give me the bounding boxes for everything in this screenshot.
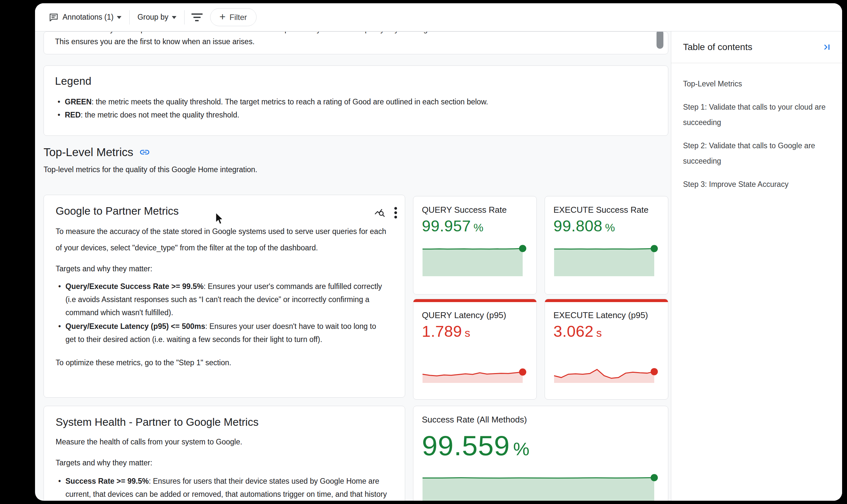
link-icon[interactable] <box>139 147 150 158</box>
metric-unit: % <box>513 438 530 459</box>
notice-card: We recommend you set up alerts on the me… <box>43 32 668 54</box>
alert-status-bar <box>413 299 536 302</box>
notice-text-clipped: We recommend you set up alerts on the me… <box>55 32 657 35</box>
metric-tile-query-success[interactable]: QUERY Success Rate 99.957% <box>413 196 537 294</box>
metric-value: 99.559 <box>422 430 510 461</box>
targets-list: Success Rate >= 99.5%: Ensures for users… <box>56 474 390 501</box>
toc-item[interactable]: Top-Level Metrics <box>683 76 832 92</box>
legend-item: RED: the metric does not meet the qualit… <box>55 108 657 122</box>
metric-label: EXECUTE Success Rate <box>545 196 668 215</box>
card-title: System Health - Partner to Google Metric… <box>56 416 393 428</box>
sparkline-chart <box>422 473 660 501</box>
metric-label: EXECUTE Latency (p95) <box>545 299 668 320</box>
plus-icon: + <box>220 12 226 22</box>
card-footer-note: To optimize these metrics, go to the "St… <box>56 358 393 367</box>
add-filter-button[interactable]: + Filter <box>210 8 257 26</box>
toc-header: Table of contents <box>671 32 842 63</box>
sparkline-chart <box>422 363 528 383</box>
legend-card: Legend GREEN: the metric meets the quali… <box>43 66 668 136</box>
metric-value: 1.789 <box>422 323 462 340</box>
metric-label: QUERY Latency (p95) <box>413 299 536 320</box>
toc-item[interactable]: Step 1: Validate that calls to your clou… <box>683 100 832 130</box>
table-of-contents-panel: Table of contents Top-Level MetricsStep … <box>671 32 842 501</box>
metric-value: 99.808 <box>554 217 602 235</box>
metric-label: Success Rate (All Methods) <box>422 415 660 425</box>
sparkline-chart <box>422 246 528 276</box>
group-by-dropdown[interactable]: Group by <box>134 8 180 26</box>
alert-status-bar <box>545 299 668 302</box>
targets-list: Query/Execute Success Rate >= 99.5%: Ens… <box>56 280 388 346</box>
metric-value: 3.062 <box>554 323 594 340</box>
metric-tile-execute-success[interactable]: EXECUTE Success Rate 99.808% <box>545 196 668 294</box>
kebab-menu-icon[interactable] <box>394 206 398 219</box>
annotations-label: Annotations (1) <box>62 13 113 22</box>
metric-unit: % <box>473 221 484 234</box>
metric-unit: s <box>465 327 471 339</box>
sparkline-chart <box>554 363 660 383</box>
card-description: Measure the health of calls from your sy… <box>56 434 393 450</box>
filter-list-icon[interactable] <box>189 10 205 25</box>
target-item: Query/Execute Success Rate >= 99.5%: Ens… <box>56 280 388 319</box>
collapse-right-icon[interactable] <box>822 42 832 52</box>
annotations-dropdown[interactable]: Annotations (1) <box>45 8 125 26</box>
toc-item[interactable]: Step 2: Validate that calls to Google ar… <box>683 138 832 169</box>
system-health-card: System Health - Partner to Google Metric… <box>43 406 405 501</box>
app-window: Annotations (1) Group by + Filter We rec… <box>35 3 842 501</box>
legend-list: GREEN: the metric meets the quality thre… <box>55 95 657 122</box>
section-title: Top-Level Metrics <box>43 146 133 159</box>
metric-label: QUERY Success Rate <box>413 196 536 215</box>
toc-item[interactable]: Step 3: Improve State Accuracy <box>683 177 832 192</box>
screenshot-stage: Annotations (1) Group by + Filter We rec… <box>0 0 847 504</box>
card-description: To measure the accuracy of the state sto… <box>56 223 386 256</box>
chevron-down-icon <box>172 16 176 21</box>
metric-tile-query-latency[interactable]: QUERY Latency (p95) 1.789s <box>413 299 537 400</box>
comment-icon <box>48 12 59 23</box>
metric-unit: % <box>605 221 615 234</box>
group-by-label: Group by <box>138 13 168 22</box>
metric-unit: s <box>596 327 602 339</box>
targets-label: Targets and why they matter: <box>56 265 393 273</box>
toc-title: Table of contents <box>683 42 752 52</box>
legend-title: Legend <box>55 75 657 87</box>
metric-tile-execute-latency[interactable]: EXECUTE Latency (p95) 3.062s <box>545 299 668 400</box>
sparkline-chart <box>554 246 660 276</box>
targets-label: Targets and why they matter: <box>56 458 393 467</box>
all-methods-success-card[interactable]: Success Rate (All Methods) 99.559% <box>413 406 668 501</box>
toolbar-divider <box>129 10 130 24</box>
target-item: Query/Execute Latency (p95) <= 500ms: En… <box>56 320 388 346</box>
chevron-down-icon <box>117 16 122 21</box>
target-item: Success Rate >= 99.5%: Ensures for users… <box>56 474 390 501</box>
dashboard-toolbar: Annotations (1) Group by + Filter <box>35 3 842 32</box>
notice-text: This ensures you are the first to know w… <box>55 36 657 47</box>
card-scrollbar-thumb[interactable] <box>656 32 663 49</box>
toolbar-divider <box>184 10 185 24</box>
mouse-cursor <box>214 212 226 227</box>
toc-items: Top-Level MetricsStep 1: Validate that c… <box>671 63 842 192</box>
legend-item: GREEN: the metric meets the quality thre… <box>55 95 657 108</box>
top-level-metrics-heading: Top-Level Metrics <box>43 146 150 159</box>
explore-chart-icon[interactable] <box>374 207 385 218</box>
section-subtitle: Top-level metrics for the quality of thi… <box>43 165 257 174</box>
metric-value: 99.957 <box>422 217 471 235</box>
